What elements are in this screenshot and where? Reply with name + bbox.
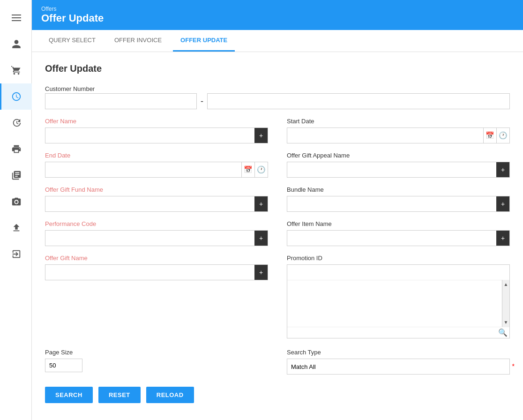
tab-offer-invoice[interactable]: OFFER INVOICE [107,30,169,52]
action-buttons: SEARCH RESET RELOAD [45,387,510,403]
offer-gift-fund-group: Offer Gift Fund Name + [45,186,268,212]
bundle-name-label: Bundle Name [287,186,510,193]
offer-item-name-input[interactable] [287,231,496,246]
content-area: Offer Update Customer Number - O [32,52,523,420]
offer-gift-fund-input[interactable] [45,196,254,211]
start-date-group: Start Date 📅 🕐 [287,118,510,143]
offer-gift-appeal-wrapper: + [287,162,510,178]
offer-gift-appeal-label: Offer Gift Appeal Name [287,152,510,159]
offer-item-name-wrapper: + [287,230,510,246]
end-date-calendar-btn[interactable]: 📅 [241,162,254,177]
promotion-id-scroll[interactable] [287,280,502,327]
performance-code-wrapper: + [45,230,268,246]
main-area: Offers Offer Update QUERY SELECT OFFER I… [32,0,523,420]
offer-gift-fund-add-btn[interactable]: + [254,196,268,211]
performance-code-input[interactable] [45,231,254,246]
header-title: Offer Update [41,12,514,24]
reset-button[interactable]: RESET [98,387,141,403]
row-perf-code-item-name: Performance Code + Offer Item Name + [45,220,510,246]
offer-gift-fund-label: Offer Gift Fund Name [45,186,268,193]
print-icon [11,144,22,154]
sidebar-print[interactable] [0,136,32,162]
sidebar-history[interactable] [0,110,32,136]
promotion-id-wrapper: ▲ ▼ 🔍 [287,264,510,338]
scroll-up-btn[interactable]: ▲ [503,281,509,288]
offer-name-input-wrapper: + [45,128,268,143]
offer-name-input[interactable] [45,128,254,143]
offer-gift-name-wrapper: + [45,264,268,280]
sidebar-logout[interactable] [0,241,32,267]
end-date-input-wrapper: 📅 🕐 [45,162,268,178]
end-date-label: End Date [45,152,268,159]
header-subtitle: Offers [41,6,514,12]
offer-item-name-add-btn[interactable]: + [496,231,509,246]
start-date-calendar-btn[interactable]: 📅 [483,128,496,143]
customer-number-input-wrapper [45,93,197,109]
camera-icon [11,196,22,207]
page-title: Offer Update [45,63,510,74]
sidebar-camera[interactable] [0,188,32,215]
offer-item-name-label: Offer Item Name [287,220,510,227]
sidebar-clock[interactable] [0,83,32,110]
page-size-label: Page Size [45,349,268,356]
sidebar-upload[interactable] [0,215,32,241]
row-gift-fund-bundle: Offer Gift Fund Name + Bundle Name + [45,186,510,212]
search-type-select[interactable]: Match All Match Any [287,359,510,375]
start-date-input[interactable] [287,128,483,143]
upload-icon [11,223,22,233]
reload-button[interactable]: RELOAD [146,387,194,403]
customer-number-input-2[interactable] [208,94,509,109]
offer-gift-name-input[interactable] [45,265,254,280]
search-button[interactable]: SEARCH [45,387,93,403]
customer-separator: - [201,97,203,106]
header: Offers Offer Update [32,0,523,30]
sidebar-menu[interactable] [0,5,32,31]
end-date-input[interactable] [45,162,241,177]
tabs-bar: QUERY SELECT OFFER INVOICE OFFER UPDATE [32,30,523,52]
logout-icon [11,249,22,259]
offer-name-label: Offer Name [45,118,268,125]
sidebar-user[interactable] [0,31,32,57]
history-icon [11,118,22,128]
search-type-label: Search Type [287,349,510,356]
scroll-down-btn[interactable]: ▼ [503,319,509,326]
promotion-id-input[interactable] [287,265,509,280]
performance-code-label: Performance Code [45,220,268,227]
end-date-group: End Date 📅 🕐 [45,152,268,178]
page-size-group: Page Size [45,349,268,372]
promotion-id-group: Promotion ID ▲ ▼ 🔍 [287,255,510,338]
offer-gift-name-label: Offer Gift Name [45,255,268,262]
required-star: * [512,362,515,370]
sidebar-office[interactable] [0,162,32,188]
row-page-size-search-type: Page Size Search Type Match All Match An… [45,349,510,375]
promo-search-btn[interactable]: 🔍 [498,328,508,337]
offer-gift-name-add-btn[interactable]: + [254,265,268,280]
promotion-id-scrollbar: ▲ ▼ [502,280,509,327]
end-date-time-btn[interactable]: 🕐 [254,162,268,177]
sidebar-cart[interactable] [0,57,32,83]
tab-query-select[interactable]: QUERY SELECT [41,30,103,52]
offer-name-add-btn[interactable]: + [254,128,268,143]
bundle-name-input[interactable] [287,196,496,211]
customer-number-input-1[interactable] [45,94,196,109]
offer-gift-fund-wrapper: + [45,196,268,212]
row-offer-name-start-date: Offer Name + Start Date 📅 🕐 [45,118,510,143]
customer-number-group: Customer Number - [45,85,510,109]
start-date-input-wrapper: 📅 🕐 [287,128,510,143]
customer-number-label: Customer Number [45,85,510,92]
offer-gift-appeal-input[interactable] [287,162,496,177]
start-date-time-btn[interactable]: 🕐 [496,128,509,143]
promotion-id-label: Promotion ID [287,255,510,262]
promotion-id-list-area: ▲ ▼ [287,280,509,327]
hamburger-icon [10,13,23,23]
bundle-name-add-btn[interactable]: + [496,196,509,211]
bundle-name-group: Bundle Name + [287,186,510,212]
search-type-group: Search Type Match All Match Any * [287,349,510,375]
tab-offer-update[interactable]: OFFER UPDATE [173,30,235,52]
office-icon [11,170,22,180]
performance-code-add-btn[interactable]: + [254,231,268,246]
offer-gift-appeal-add-btn[interactable]: + [496,162,509,177]
search-type-select-wrapper: Match All Match Any * [287,359,510,375]
page-size-input[interactable] [45,359,82,372]
row-gift-name-promo-id: Offer Gift Name + Promotion ID ▲ [45,255,510,338]
